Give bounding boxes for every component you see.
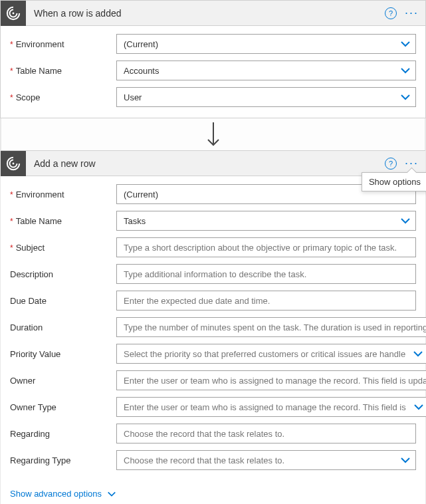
more-menu-icon[interactable]: ··· (405, 6, 419, 20)
scope-label: *Scope (10, 92, 116, 102)
duedate-input[interactable]: Enter the expected due date and time. (116, 291, 416, 311)
owner-label: Owner (10, 376, 116, 386)
arrow-down-icon (205, 121, 221, 148)
tablename-label: *Table Name (10, 66, 116, 76)
show-options-tooltip: Show options (362, 172, 426, 191)
regarding-input[interactable]: Choose the record that the task relates … (116, 424, 416, 443)
subject-input[interactable]: Type a short description about the objec… (116, 237, 416, 257)
help-icon[interactable]: ? (385, 7, 397, 19)
owner-input[interactable]: Enter the user or team who is assigned t… (116, 370, 426, 390)
dataverse-icon (1, 151, 26, 176)
priority-select[interactable]: Select the priority so that preferred cu… (116, 344, 426, 364)
description-input[interactable]: Type additional information to describe … (116, 264, 416, 284)
environment-label: *Environment (10, 189, 116, 199)
duration-label: Duration (10, 322, 116, 332)
trigger-title: When a row is added (26, 8, 385, 19)
description-label: Description (10, 269, 116, 279)
scope-select[interactable]: User (116, 87, 416, 107)
tablename-label: *Table Name (10, 216, 116, 226)
tablename-select[interactable]: Tasks (116, 211, 416, 231)
dataverse-icon (1, 1, 26, 26)
show-advanced-options-link[interactable]: Show advanced options (10, 489, 116, 499)
trigger-card: When a row is added ? ··· *Environment (… (0, 0, 426, 118)
regardingtype-label: Regarding Type (10, 455, 116, 465)
tablename-select[interactable]: Accounts (116, 61, 416, 80)
help-icon[interactable]: ? (385, 158, 397, 170)
trigger-header[interactable]: When a row is added ? ··· (1, 1, 425, 26)
duration-input[interactable]: Type the number of minutes spent on the … (116, 317, 426, 337)
action-body: Show options *Environment (Current) *Tab… (1, 176, 425, 504)
environment-label: *Environment (10, 39, 116, 49)
ownertype-select[interactable]: Enter the user or team who is assigned t… (116, 397, 426, 417)
subject-label: *Subject (10, 243, 116, 253)
duedate-label: Due Date (10, 296, 116, 306)
chevron-down-icon (107, 489, 116, 499)
priority-label: Priority Value (10, 349, 116, 359)
ownertype-label: Owner Type (10, 402, 116, 412)
action-title: Add a new row (26, 158, 385, 169)
trigger-body: *Environment (Current) *Table Name Accou… (1, 26, 425, 118)
flow-arrow (1, 118, 425, 150)
regarding-label: Regarding (10, 429, 116, 439)
action-card: Add a new row ? ··· Show options *Enviro… (1, 150, 425, 504)
environment-select[interactable]: (Current) (116, 34, 416, 54)
regardingtype-select[interactable]: Choose the record that the task relates … (116, 450, 416, 470)
